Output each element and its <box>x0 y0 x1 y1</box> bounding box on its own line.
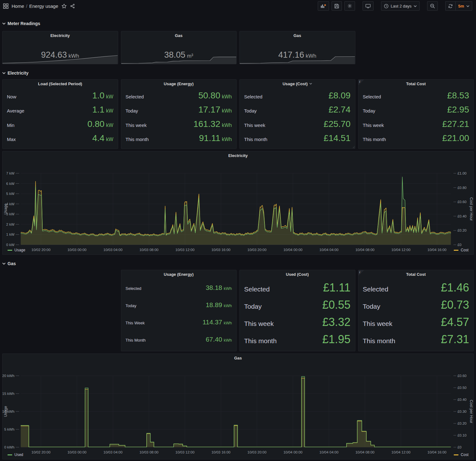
stat-label: This month <box>244 337 277 345</box>
stat-row: Now1.0kW <box>7 91 113 101</box>
stat-row: Selected£1.46 <box>363 281 469 294</box>
stat-row: This week£4.57 <box>363 316 469 329</box>
stat-label: This Month <box>126 338 146 343</box>
panel-title[interactable]: Total Cost <box>358 270 474 278</box>
section-header-electricity[interactable]: Electricity <box>2 70 474 76</box>
dashboard-settings-button[interactable] <box>344 1 355 11</box>
top-navigation-bar: Home / Energy usage Last 2 days <box>0 0 476 12</box>
panel-title[interactable]: Usage (Energy) <box>121 270 237 278</box>
stat-label: This week <box>126 123 147 128</box>
stat-row: Selected£8.53 <box>363 91 469 101</box>
save-dashboard-button[interactable] <box>332 1 342 11</box>
stat-label: Average <box>7 108 24 113</box>
zoom-out-time-button[interactable] <box>427 1 438 11</box>
add-panel-button[interactable] <box>318 1 329 11</box>
svg-text:Cost per Hour: Cost per Hour <box>469 400 473 423</box>
tv-kiosk-mode-button[interactable] <box>363 1 374 11</box>
legend-item-cost[interactable]: Cost <box>454 453 468 457</box>
legend-label: Used <box>14 453 23 457</box>
stat-row: This month£21.00 <box>363 133 469 143</box>
stat-label: Today <box>126 303 137 308</box>
panel-gas-total-cost: i Total Cost Selected£1.46Today£0.73This… <box>358 270 474 351</box>
svg-text:£0.40: £0.40 <box>458 214 467 218</box>
panel-menu-chevron-icon[interactable] <box>309 83 312 85</box>
refresh-interval-label: 5m <box>458 4 464 8</box>
panel-title[interactable]: Usage (Cost) <box>240 80 355 88</box>
legend-item-used[interactable]: Used <box>8 453 23 457</box>
panel-title[interactable]: Usage (Energy) <box>121 80 237 88</box>
stat-label: This week <box>244 320 274 327</box>
panel-title[interactable]: Used (Cost) <box>240 270 355 278</box>
time-range-picker-button[interactable]: Last 2 days <box>381 1 420 11</box>
stat-row: This week£25.70 <box>244 119 351 129</box>
dashboards-grid-icon[interactable] <box>3 3 8 9</box>
save-icon <box>334 4 339 8</box>
stat-label: Selected <box>363 286 389 293</box>
stat-value: 161.32kWh <box>193 119 232 129</box>
electricity-usage-cost-chart[interactable]: 10/02 20:0010/03 00:0010/03 04:0010/03 0… <box>3 160 473 254</box>
meter-panel-electricity: Electricity 924.63kWh <box>2 31 118 64</box>
refresh-interval-dropdown[interactable]: 5m <box>455 1 472 11</box>
stat-label: This week <box>244 123 265 128</box>
stat-value: 4.4kW <box>92 133 113 143</box>
gas-usage-cost-chart[interactable]: 10/02 20:0010/03 00:0010/03 04:0010/03 0… <box>3 362 473 459</box>
stat-value: £14.51 <box>324 133 351 143</box>
stat-value: £1.11 <box>323 281 350 294</box>
refresh-button-group: 5m <box>445 1 472 11</box>
section-header-gas[interactable]: Gas <box>2 260 474 267</box>
section-title: Electricity <box>8 71 29 76</box>
section-chevron-icon <box>2 22 6 25</box>
panel-info-icon[interactable]: i <box>358 270 364 276</box>
electricity-chart-panel: Electricity 10/02 20:0010/03 00:0010/03 … <box>2 151 474 255</box>
panel-title[interactable]: Electricity <box>3 151 473 160</box>
stat-row: This week161.32kWh <box>126 119 232 129</box>
panel-title[interactable]: Gas <box>121 31 237 39</box>
stat-row: Min0.80kW <box>7 119 113 129</box>
stat-value: £4.57 <box>441 316 469 329</box>
breadcrumb-dashboard-title[interactable]: Energy usage <box>29 3 58 9</box>
panel-electricity-usage-cost: Usage (Cost) Selected£8.09Today£2.74This… <box>239 79 355 149</box>
refresh-dashboard-button[interactable] <box>445 1 455 11</box>
stat-label: This month <box>126 137 149 142</box>
stat-value: £2.74 <box>328 105 350 115</box>
section-header-meter-readings[interactable]: Meter Readings <box>2 20 474 27</box>
add-panel-icon <box>321 3 326 8</box>
panel-title[interactable]: Gas <box>240 31 355 39</box>
stat-label: Selected <box>363 94 381 99</box>
svg-text:£0.20: £0.20 <box>458 228 467 232</box>
svg-text:Cost per Hour: Cost per Hour <box>469 197 473 221</box>
panel-title[interactable]: Total Cost <box>358 80 474 88</box>
stat-label: Selected <box>126 286 142 291</box>
svg-text:£0.60: £0.60 <box>458 374 467 378</box>
legend-swatch-cost <box>454 454 458 455</box>
legend-item-usage[interactable]: Usage <box>8 248 25 252</box>
panel-info-icon[interactable]: i <box>358 80 364 85</box>
legend-item-cost[interactable]: Cost <box>454 248 468 252</box>
panel-title[interactable]: Electricity <box>3 31 118 39</box>
panel-title[interactable]: Gas <box>3 354 473 362</box>
favorite-star-icon[interactable] <box>61 3 67 9</box>
svg-text:15 kWh: 15 kWh <box>3 392 14 396</box>
stat-row: This week£3.32 <box>244 316 351 329</box>
svg-text:20 kWh: 20 kWh <box>3 374 14 378</box>
chevron-down-icon <box>466 5 469 7</box>
breadcrumb-home[interactable]: Home <box>12 3 24 9</box>
stat-value: 17.17kWh <box>198 105 232 115</box>
stat-value: £25.70 <box>324 119 351 129</box>
stat-row: Selected£1.11 <box>244 281 351 294</box>
stat-row: Today18.89kWh <box>126 301 232 309</box>
svg-text:5 kW: 5 kW <box>6 192 14 196</box>
svg-text:£0.40: £0.40 <box>458 398 467 401</box>
clock-icon <box>384 4 389 8</box>
stat-label: Today <box>363 108 375 113</box>
panel-title[interactable]: Load (Selected Period) <box>3 80 118 88</box>
breadcrumb: Home / Energy usage <box>12 3 58 9</box>
stat-label: This Week <box>126 321 145 325</box>
panel-electricity-total-cost: i Total Cost Selected£8.53Today£2.95This… <box>358 79 474 149</box>
stat-value: 114.37kWh <box>202 318 232 326</box>
legend-label: Cost <box>461 248 468 252</box>
gas-chart-panel: Gas 10/02 20:0010/03 00:0010/03 04:0010/… <box>2 354 474 459</box>
share-icon[interactable] <box>70 3 75 9</box>
refresh-icon <box>448 4 453 8</box>
svg-text:5 kWh: 5 kWh <box>4 427 14 431</box>
